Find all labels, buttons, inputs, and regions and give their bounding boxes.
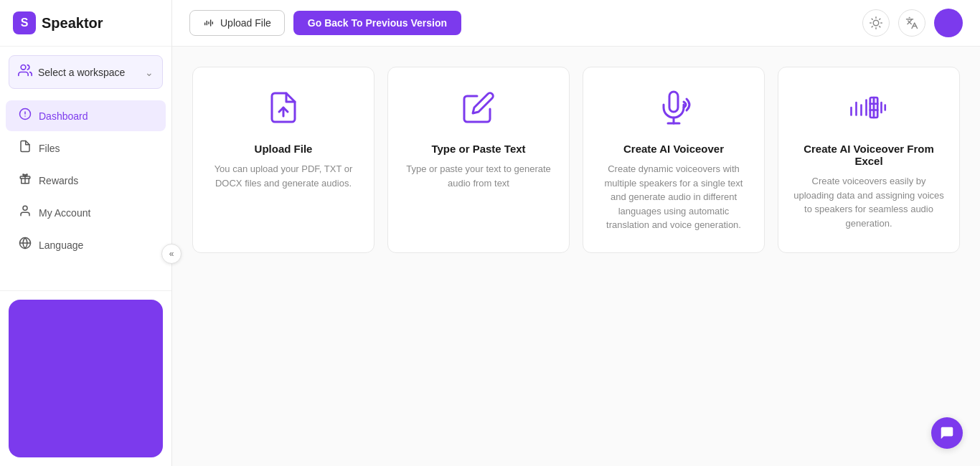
- card-type-paste-title: Type or Paste Text: [431, 143, 525, 155]
- main-content: Upload File You can upload your PDF, TXT…: [172, 47, 980, 466]
- chat-bubble-button[interactable]: [931, 417, 963, 449]
- main-area: Upload File Go Back To Previous Version: [172, 0, 980, 466]
- card-ai-voiceover-desc: Create dynamic voiceovers with multiple …: [598, 162, 750, 232]
- card-excel-voiceover[interactable]: Create AI Voiceover From Excel Create vo…: [778, 67, 960, 253]
- svg-point-13: [873, 20, 879, 26]
- card-upload-file-title: Upload File: [255, 143, 313, 155]
- collapse-sidebar-button[interactable]: «: [161, 244, 182, 264]
- type-paste-icon: [461, 90, 496, 130]
- ai-voiceover-icon: [656, 90, 691, 130]
- rewards-label: Rewards: [39, 175, 78, 186]
- files-label: Files: [39, 143, 60, 154]
- nav-section: Dashboard Files Rewards My Account Langu…: [0, 93, 171, 290]
- sidebar-item-my-account[interactable]: My Account: [6, 197, 166, 228]
- sidebar-item-rewards[interactable]: Rewards: [6, 165, 166, 196]
- sun-icon: [870, 16, 882, 29]
- svg-line-17: [880, 27, 880, 27]
- rewards-icon: [19, 172, 32, 189]
- card-ai-voiceover[interactable]: Create AI Voiceover Create dynamic voice…: [583, 67, 765, 253]
- header-left: Upload File Go Back To Previous Version: [189, 10, 461, 36]
- excel-voiceover-icon: [849, 90, 889, 130]
- my-account-label: My Account: [39, 207, 90, 219]
- card-type-paste-desc: Type or paste your text to generate audi…: [402, 162, 555, 190]
- upload-waveform-icon: [203, 17, 215, 29]
- chat-icon: [939, 425, 955, 441]
- cards-grid: Upload File You can upload your PDF, TXT…: [192, 67, 960, 253]
- app-name: Speaktor: [42, 15, 103, 32]
- card-upload-file[interactable]: Upload File You can upload your PDF, TXT…: [192, 67, 374, 253]
- upload-file-button[interactable]: Upload File: [189, 10, 285, 36]
- account-card: [9, 300, 163, 457]
- workspace-selector[interactable]: Select a workspace ⌄: [9, 55, 163, 89]
- language-icon: [19, 237, 32, 253]
- theme-toggle-button[interactable]: [862, 9, 890, 37]
- sidebar-item-dashboard[interactable]: Dashboard: [6, 100, 166, 131]
- workspace-left: Select a workspace: [18, 63, 125, 81]
- card-excel-voiceover-desc: Create voiceovers easily by uploading da…: [793, 174, 945, 230]
- sidebar: S Speaktor Select a workspace ⌄ Dashboar…: [0, 0, 172, 466]
- sidebar-bottom: [0, 290, 171, 466]
- card-upload-file-desc: You can upload your PDF, TXT or DOCX fil…: [207, 162, 359, 190]
- translate-icon: [905, 16, 918, 29]
- dashboard-label: Dashboard: [39, 110, 88, 122]
- language-label: Language: [39, 239, 83, 251]
- svg-line-16: [872, 19, 872, 19]
- header: Upload File Go Back To Previous Version: [172, 0, 980, 47]
- translate-button[interactable]: [898, 9, 925, 37]
- workspace-label: Select a workspace: [38, 67, 125, 78]
- svg-point-0: [21, 65, 26, 70]
- go-back-to-previous-version-button[interactable]: Go Back To Previous Version: [293, 11, 461, 35]
- workspace-chevron-icon: ⌄: [145, 67, 154, 78]
- workspace-icon: [18, 63, 32, 81]
- files-icon: [19, 140, 32, 156]
- my-account-icon: [19, 204, 32, 221]
- dashboard-icon: [19, 108, 32, 124]
- card-excel-voiceover-title: Create AI Voiceover From Excel: [793, 143, 945, 167]
- logo-icon: S: [13, 11, 36, 34]
- logo-area: S Speaktor: [0, 0, 171, 47]
- card-type-paste-text[interactable]: Type or Paste Text Type or paste your te…: [387, 67, 570, 253]
- sidebar-item-files[interactable]: Files: [6, 133, 166, 163]
- sidebar-item-language[interactable]: Language: [6, 229, 166, 260]
- avatar[interactable]: [934, 9, 963, 37]
- svg-line-20: [872, 27, 872, 27]
- upload-file-icon: [266, 90, 301, 130]
- svg-point-5: [23, 206, 27, 210]
- header-right: [862, 9, 963, 37]
- svg-line-21: [880, 19, 880, 19]
- card-ai-voiceover-title: Create AI Voiceover: [623, 143, 724, 155]
